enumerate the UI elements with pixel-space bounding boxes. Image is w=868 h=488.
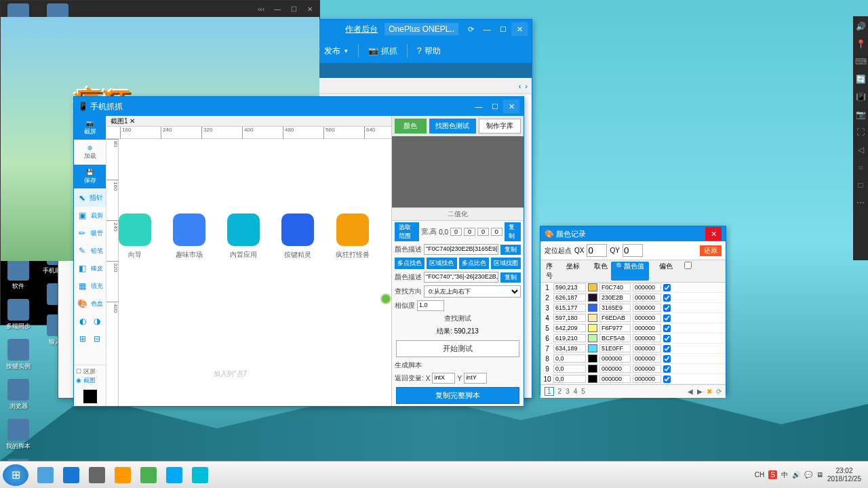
reset-button[interactable]: 还原 — [700, 245, 722, 256]
app-icon[interactable]: 内置应用 — [227, 214, 260, 260]
page-1[interactable]: 1 — [545, 387, 554, 396]
color-row[interactable]: 100,0000000000000 — [540, 374, 726, 384]
eyedropper-tool[interactable]: ✏ — [77, 228, 87, 239]
tool-b[interactable]: ◑ — [92, 316, 102, 327]
tool-d[interactable]: ⊟ — [92, 333, 102, 344]
taskbar-app[interactable] — [111, 464, 135, 486]
refresh-icon[interactable]: ⟳ — [716, 388, 722, 395]
copy-button[interactable]: 复制 — [500, 272, 521, 283]
page-prev-icon[interactable]: ◀ — [688, 388, 693, 395]
tool-a[interactable]: ◐ — [77, 316, 88, 327]
save-tool[interactable]: 💾保存 — [74, 165, 106, 189]
device-selector[interactable]: OnePlus ONEPL.. — [384, 23, 458, 35]
taskbar-app[interactable] — [59, 464, 83, 486]
color-row[interactable]: 80,0000000000000 — [540, 354, 726, 364]
page-next-icon[interactable]: ▶ — [697, 388, 703, 395]
qy-input[interactable] — [623, 244, 643, 257]
home-icon[interactable]: ○ — [858, 163, 863, 172]
search-direction-select[interactable]: 0:从左上向右下 — [424, 285, 521, 298]
taskbar-app[interactable] — [33, 464, 58, 486]
recent-icon[interactable]: □ — [858, 180, 863, 190]
color-titlebar[interactable]: 🎨 颜色记录 ✕ — [540, 226, 726, 241]
more-icon[interactable]: ‹‹‹ — [254, 3, 268, 14]
copy-button[interactable]: 复制 — [505, 222, 521, 241]
tool-c[interactable]: ⊞ — [77, 333, 88, 344]
desktop-icon[interactable]: 我的脚本 — [1, 419, 35, 451]
page-3[interactable]: 3 — [566, 388, 570, 395]
volume-icon[interactable]: 🔊 — [856, 22, 866, 31]
close-button[interactable]: ✕ — [511, 22, 528, 36]
color-mode-button[interactable]: 颜色 — [395, 119, 427, 134]
maximize-button[interactable]: ☐ — [487, 100, 503, 113]
screenshot-icon[interactable]: 📷 — [856, 110, 866, 119]
keyboard-icon[interactable]: ⌨ — [855, 57, 867, 66]
select-range-button[interactable]: 选取范围 — [395, 222, 419, 241]
close-button[interactable]: ✕ — [503, 100, 519, 113]
minimize-button[interactable]: — — [479, 22, 495, 36]
colorval-header-button[interactable]: 🔍颜色值 — [611, 262, 649, 281]
make-font-button[interactable]: 制作字库 — [479, 119, 521, 134]
select-all-checkbox[interactable] — [684, 262, 692, 269]
taskbar-app[interactable] — [85, 464, 109, 486]
color-row[interactable]: 2626,187230E2B000000 — [540, 293, 726, 303]
x-var-input[interactable]: intX — [432, 373, 455, 384]
pencil-tool[interactable]: ✎ — [77, 245, 87, 256]
grab-button[interactable]: 📷抓抓 — [368, 45, 397, 57]
find-test-button[interactable]: 找图色测试 — [429, 119, 477, 134]
start-test-button[interactable]: 开始测试 — [396, 340, 519, 357]
tray-icon[interactable]: 💬 — [804, 471, 812, 479]
color-row[interactable]: 6619,210BCF5A8000000 — [540, 333, 726, 344]
color-row[interactable]: 3615,1773165E9000000 — [540, 303, 726, 313]
clock[interactable]: 23:02 2018/12/25 — [827, 467, 865, 483]
opt-screenshot[interactable]: ◉ 截图 — [76, 376, 104, 385]
page-2[interactable]: 2 — [558, 388, 562, 395]
ime-indicator[interactable]: S — [768, 470, 777, 479]
maximize-button[interactable]: ☐ — [495, 22, 511, 36]
minimize-button[interactable]: — — [471, 100, 487, 113]
desktop-icon[interactable]: 软件 — [1, 259, 35, 291]
multi-compare[interactable]: 多点比色 — [459, 258, 489, 269]
desktop-icon[interactable]: 按键实例 — [1, 339, 35, 371]
app-icon[interactable]: 按键精灵 — [281, 214, 314, 260]
fill-tool[interactable]: ▦ — [77, 281, 87, 291]
author-link[interactable]: 作者后台 — [345, 24, 378, 35]
area-findcolor[interactable]: 区域找色 — [427, 258, 456, 269]
area-findpic[interactable]: 区域找图 — [491, 258, 521, 269]
app-icon[interactable]: 向导 — [119, 214, 151, 260]
color-row[interactable]: 5642,209F6F977000000 — [540, 323, 726, 333]
desktop-icon[interactable]: 浏览器 — [1, 379, 35, 411]
load-tool[interactable]: ⊕加载 — [74, 140, 106, 165]
color-row[interactable]: 1590,213F0C740000000 — [540, 283, 726, 293]
taskbar-app[interactable] — [188, 464, 212, 486]
back-icon[interactable]: ◁ — [858, 145, 864, 155]
similarity-input[interactable]: 1.0 — [417, 300, 444, 311]
canvas-tab[interactable]: 截图1 ✕ — [106, 116, 391, 127]
opt-region[interactable]: ☐ 区屏 — [76, 367, 104, 376]
color-row[interactable]: 7634,18951E0FF000000 — [540, 344, 726, 354]
help-button[interactable]: ?帮助 — [417, 45, 441, 57]
palette-tool[interactable]: 🎨 — [77, 298, 87, 309]
clear-icon[interactable]: ✖ — [707, 388, 712, 395]
qx-input[interactable] — [587, 244, 607, 257]
copy-script-button[interactable]: 复制完整脚本 — [396, 387, 519, 404]
location-icon[interactable]: 📍 — [856, 39, 866, 49]
color-desc-2[interactable]: "F0C740","36|-26|230E2B,25|-3 — [424, 272, 498, 283]
tray-icon[interactable]: 🖥 — [816, 471, 823, 479]
lang-indicator[interactable]: CH — [755, 471, 764, 479]
multi-findcolor[interactable]: 多点找色 — [395, 258, 425, 269]
ime-mode[interactable]: 中 — [781, 470, 788, 480]
minimize-button[interactable]: — — [271, 3, 284, 14]
desktop-icon[interactable]: 多端同步 — [1, 299, 35, 331]
tray-icon[interactable]: 🔊 — [792, 471, 800, 479]
grab-titlebar[interactable]: 📱 手机抓抓 — ☐ ✕ — [74, 97, 524, 116]
canvas[interactable]: 向导趣味市场内置应用按键精灵疯狂打怪兽 加入到"点7 — [119, 139, 391, 406]
close-button[interactable]: ✕ — [303, 3, 317, 14]
screenshot-tool[interactable]: 📷截屏 — [74, 116, 106, 140]
color-swatch-current[interactable] — [83, 390, 97, 403]
app-icon[interactable]: 疯狂打怪兽 — [336, 214, 370, 260]
start-button[interactable]: ⊞ — [3, 464, 28, 486]
page-4[interactable]: 4 — [574, 388, 578, 395]
fullscreen-icon[interactable]: ⛶ — [856, 127, 865, 137]
close-button[interactable]: ✕ — [705, 227, 722, 241]
rotate-icon[interactable]: 🔄 — [856, 75, 866, 84]
